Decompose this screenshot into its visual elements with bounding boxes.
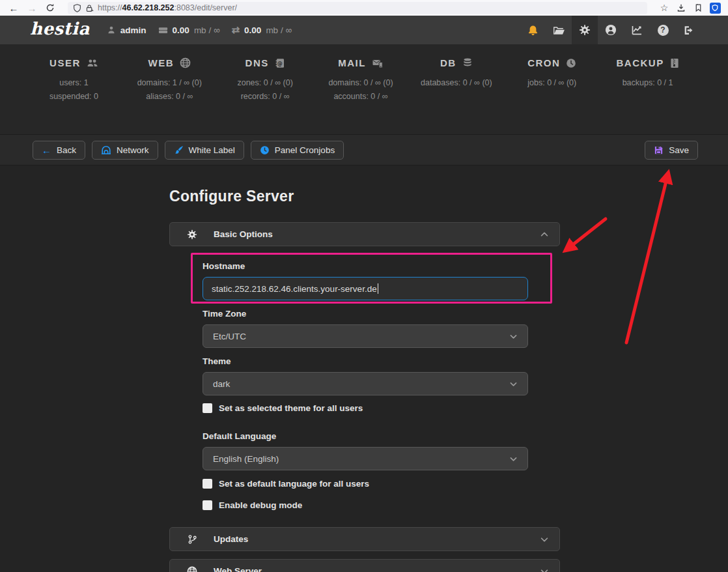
users-icon xyxy=(87,58,98,68)
hostname-input[interactable]: static.252.218.62.46.clients.your-server… xyxy=(203,277,528,300)
panel-cronjobs-button[interactable]: Panel Cronjobs xyxy=(251,141,344,160)
nav-stat-line: users: 1 xyxy=(26,76,122,90)
chevron-up-icon xyxy=(540,230,549,239)
browser-forward-icon[interactable]: → xyxy=(25,1,39,14)
hestia-logo[interactable]: hestia xyxy=(30,19,90,38)
url-bar[interactable]: https://46.62.218.252:8083/edit/server/ xyxy=(68,2,647,14)
url-text: https://46.62.218.252:8083/edit/server/ xyxy=(98,3,237,12)
logout-icon[interactable] xyxy=(676,16,702,44)
disk-icon xyxy=(158,25,168,35)
nav-cron-link[interactable]: CRON xyxy=(527,57,576,68)
white-label-button[interactable]: White Label xyxy=(165,141,244,160)
basic-options-panel-header[interactable]: Basic Options xyxy=(169,222,560,246)
bitwarden-icon[interactable] xyxy=(708,1,721,14)
checkbox-label: Set as default language for all users xyxy=(219,479,369,489)
server-settings-gear-icon[interactable] xyxy=(572,16,598,44)
nav-stat-line: databases: 0 / ∞ (0) xyxy=(408,76,504,90)
header-icons: ? xyxy=(520,16,728,44)
nav-mail-link[interactable]: MAIL xyxy=(338,57,384,68)
chevron-down-icon xyxy=(509,455,518,463)
statistics-chart-icon[interactable] xyxy=(624,16,650,44)
debug-mode-row: Enable debug mode xyxy=(203,500,528,510)
category-nav: USER users: 1 suspended: 0 WEB domains: … xyxy=(0,44,728,134)
chevron-down-icon xyxy=(509,380,518,388)
transfer-icon: ⇄ xyxy=(232,24,240,36)
nav-stat-line: suspended: 0 xyxy=(26,90,122,104)
gear-icon xyxy=(186,229,198,240)
nav-column-web: WEB domains: 1 / ∞ (0) aliases: 0 / ∞ xyxy=(122,57,217,134)
nav-stat-line: backups: 0 / 1 xyxy=(600,76,695,90)
nav-web-link[interactable]: WEB xyxy=(148,57,191,68)
action-toolbar: ← Back Network White Label Panel Cronjob… xyxy=(0,134,728,165)
nav-user-link[interactable]: USER xyxy=(49,57,98,68)
checkbox-label: Set as selected theme for all users xyxy=(219,403,363,413)
disk-usage: 0.00 mb / ∞ xyxy=(158,25,220,35)
network-button[interactable]: Network xyxy=(92,141,158,160)
database-icon xyxy=(462,57,473,68)
theme-label: Theme xyxy=(203,356,528,366)
nav-stat-line: domains: 0 / ∞ (0) xyxy=(313,76,409,90)
git-branch-icon xyxy=(186,534,198,545)
globe-icon xyxy=(180,57,191,68)
nav-column-cron: CRON jobs: 0 / ∞ (0) xyxy=(504,57,600,134)
timezone-label: Time Zone xyxy=(203,309,528,319)
theme-all-users-checkbox[interactable] xyxy=(203,403,212,413)
theme-select[interactable]: dark xyxy=(203,372,528,395)
chevron-down-icon xyxy=(540,535,549,544)
timezone-select[interactable]: Etc/UTC xyxy=(203,324,528,348)
clock-icon xyxy=(260,145,270,155)
backup-file-icon xyxy=(670,58,679,68)
logged-in-user[interactable]: admin xyxy=(107,25,147,35)
nav-column-db: DB databases: 0 / ∞ (0) xyxy=(408,57,504,134)
library-icon[interactable] xyxy=(692,1,705,14)
checkbox-label: Enable debug mode xyxy=(219,500,302,510)
browser-reload-icon[interactable] xyxy=(43,1,57,14)
nav-stat-line: accounts: 0 / ∞ xyxy=(313,90,409,104)
paintbrush-icon xyxy=(174,145,184,155)
nav-column-mail: MAIL domains: 0 / ∞ (0) accounts: 0 / ∞ xyxy=(313,57,409,134)
nav-stat-line: records: 0 / ∞ xyxy=(217,90,313,104)
network-bridge-icon xyxy=(101,145,111,154)
language-all-users-row: Set as default language for all users xyxy=(203,479,528,489)
nav-column-user: USER users: 1 suspended: 0 xyxy=(26,57,122,134)
download-icon[interactable] xyxy=(675,1,688,14)
svg-text:@: @ xyxy=(277,60,284,66)
chevron-down-icon xyxy=(540,567,549,572)
text-caret xyxy=(378,283,379,294)
nav-backup-link[interactable]: BACKUP xyxy=(617,57,679,68)
help-icon[interactable]: ? xyxy=(650,16,676,44)
web-server-panel-header[interactable]: Web Server xyxy=(169,559,560,572)
page-title: Configure Server xyxy=(169,188,728,205)
lock-warning-icon[interactable] xyxy=(85,4,94,12)
back-button[interactable]: ← Back xyxy=(33,141,85,160)
address-book-icon: @ xyxy=(275,58,285,68)
nav-stat-line: aliases: 0 / ∞ xyxy=(122,90,217,104)
tracking-shield-icon[interactable] xyxy=(73,4,81,12)
user-profile-icon[interactable] xyxy=(598,16,624,44)
nav-column-dns: DNS @ zones: 0 / ∞ (0) records: 0 / ∞ xyxy=(217,57,313,134)
nav-column-backup: BACKUP backups: 0 / 1 xyxy=(600,57,695,134)
arrow-left-icon: ← xyxy=(42,145,51,156)
panel-title: Updates xyxy=(214,534,248,544)
bandwidth-usage: ⇄ 0.00 mb / ∞ xyxy=(232,24,292,36)
updates-panel-header[interactable]: Updates xyxy=(169,527,560,551)
language-select[interactable]: English (English) xyxy=(203,447,528,470)
save-button[interactable]: Save xyxy=(645,141,698,160)
nav-stat-line: domains: 1 / ∞ (0) xyxy=(122,76,217,90)
nav-db-link[interactable]: DB xyxy=(440,57,473,68)
debug-mode-checkbox[interactable] xyxy=(203,500,212,510)
hostname-label: Hostname xyxy=(203,261,528,271)
screen: ← → https://46.62.218.252:8083/edit/serv… xyxy=(0,0,728,572)
nav-dns-link[interactable]: DNS @ xyxy=(245,57,285,68)
chevron-down-icon xyxy=(509,332,518,341)
main-content: Configure Server Basic Options Hostname … xyxy=(0,165,728,572)
file-manager-folder-icon[interactable] xyxy=(546,16,572,44)
bookmark-star-icon[interactable]: ☆ xyxy=(658,1,671,14)
nav-stat-line: zones: 0 / ∞ (0) xyxy=(217,76,313,90)
language-all-users-checkbox[interactable] xyxy=(203,479,212,489)
panel-title: Web Server xyxy=(214,566,262,572)
notifications-bell-icon[interactable] xyxy=(520,16,546,44)
mail-icon xyxy=(372,58,384,68)
clock-icon xyxy=(566,58,576,68)
browser-back-icon[interactable]: ← xyxy=(7,1,21,14)
